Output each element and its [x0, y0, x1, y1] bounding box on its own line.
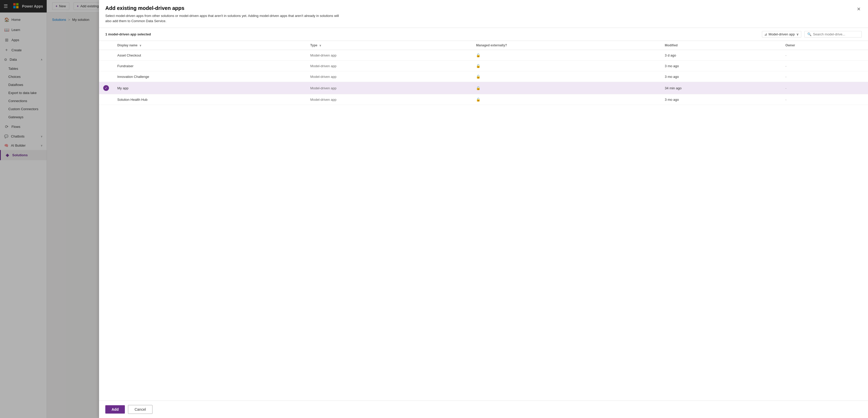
row-check-cell: [99, 61, 113, 71]
dialog-subtitle: Select model-driven apps from other solu…: [105, 13, 340, 24]
dialog-header-content: Add existing model-driven apps Select mo…: [105, 5, 340, 24]
row-type: Model-driven app: [306, 82, 472, 94]
table-row[interactable]: ✓My appModel-driven app🔒34 min ago-: [99, 82, 868, 94]
dialog-close-button[interactable]: ✕: [856, 5, 862, 13]
add-button[interactable]: Add: [105, 405, 125, 414]
col-modified-header: Modified: [660, 41, 781, 50]
lock-icon: 🔒: [476, 53, 480, 57]
row-owner: -: [781, 50, 868, 61]
row-owner: -: [781, 61, 868, 71]
row-check-cell: [99, 50, 113, 61]
row-type: Model-driven app: [306, 50, 472, 61]
search-icon: 🔍: [807, 32, 811, 36]
row-managed: 🔒: [472, 61, 660, 71]
type-sort-icon: ∨: [319, 44, 321, 47]
dialog-footer: Add Cancel: [99, 400, 868, 418]
selected-count-label: 1 model-driven app selected: [105, 32, 151, 36]
col-owner-header: Owner: [781, 41, 868, 50]
row-modified: 3 d ago: [660, 50, 781, 61]
row-display-name: Asset Checkout: [113, 50, 306, 61]
table-row[interactable]: Asset CheckoutModel-driven app🔒3 d ago-: [99, 50, 868, 61]
dialog-body: 1 model-driven app selected ⊿ Model-driv…: [99, 28, 868, 400]
col-check: [99, 41, 113, 50]
table-row[interactable]: FundraiserModel-driven app🔒3 mo ago-: [99, 61, 868, 71]
row-managed: 🔒: [472, 50, 660, 61]
row-modified: 3 mo ago: [660, 71, 781, 82]
row-type: Model-driven app: [306, 71, 472, 82]
col-display-name-header[interactable]: Display name ∨: [113, 41, 306, 50]
row-owner: -: [781, 71, 868, 82]
toolbar-right: ⊿ Model-driven app ∨ 🔍: [762, 31, 862, 37]
row-managed: 🔒: [472, 71, 660, 82]
filter-button[interactable]: ⊿ Model-driven app ∨: [762, 31, 801, 37]
row-check-cell: ✓: [99, 82, 113, 94]
row-modified: 34 min ago: [660, 82, 781, 94]
row-display-name: Fundraiser: [113, 61, 306, 71]
row-display-name: Solution Health Hub: [113, 94, 306, 105]
selected-check-icon: ✓: [103, 85, 109, 91]
row-managed: 🔒: [472, 94, 660, 105]
table-row[interactable]: Solution Health HubModel-driven app🔒3 mo…: [99, 94, 868, 105]
filter-label: Model-driven app: [769, 32, 795, 36]
row-modified: 3 mo ago: [660, 61, 781, 71]
apps-table-container: Display name ∨ Type ∨ Managed externally…: [99, 41, 868, 400]
dialog-header: Add existing model-driven apps Select mo…: [99, 0, 868, 28]
row-modified: 3 mo ago: [660, 94, 781, 105]
dialog-toolbar: 1 model-driven app selected ⊿ Model-driv…: [99, 28, 868, 41]
row-check-cell: [99, 94, 113, 105]
table-header: Display name ∨ Type ∨ Managed externally…: [99, 41, 868, 50]
table-row[interactable]: Innovation ChallengeModel-driven app🔒3 m…: [99, 71, 868, 82]
lock-icon: 🔒: [476, 64, 480, 68]
lock-icon: 🔒: [476, 74, 480, 79]
col-managed-header: Managed externally?: [472, 41, 660, 50]
apps-table: Display name ∨ Type ∨ Managed externally…: [99, 41, 868, 105]
col-type-header[interactable]: Type ∨: [306, 41, 472, 50]
dialog-title: Add existing model-driven apps: [105, 5, 340, 11]
lock-icon: 🔒: [476, 97, 480, 102]
row-managed: 🔒: [472, 82, 660, 94]
row-type: Model-driven app: [306, 94, 472, 105]
lock-icon: 🔒: [476, 86, 480, 90]
sort-icon: ∨: [140, 44, 141, 47]
row-display-name: My app: [113, 82, 306, 94]
row-type: Model-driven app: [306, 61, 472, 71]
row-display-name: Innovation Challenge: [113, 71, 306, 82]
filter-icon: ⊿: [764, 32, 767, 36]
cancel-button[interactable]: Cancel: [128, 405, 153, 414]
search-input[interactable]: [813, 32, 859, 36]
dialog-panel: Add existing model-driven apps Select mo…: [99, 0, 868, 418]
filter-chevron-icon: ∨: [796, 32, 799, 36]
row-owner: -: [781, 94, 868, 105]
table-body: Asset CheckoutModel-driven app🔒3 d ago-F…: [99, 50, 868, 105]
row-check-cell: [99, 71, 113, 82]
search-box: 🔍: [804, 31, 862, 37]
row-owner: -: [781, 82, 868, 94]
